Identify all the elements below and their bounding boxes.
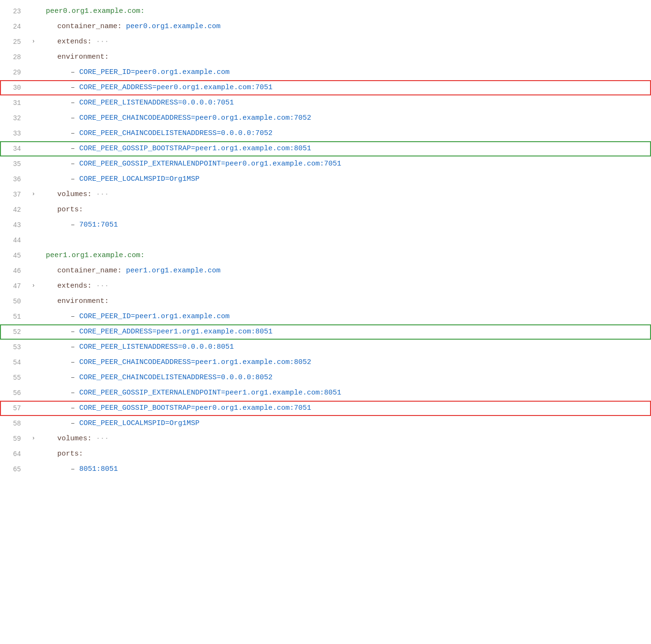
line-number: 47: [0, 279, 29, 294]
line-content: – CORE_PEER_GOSSIP_EXTERNALENDPOINT=peer…: [38, 385, 651, 401]
dash-marker: –: [71, 113, 79, 124]
code-viewer: 23peer0.org1.example.com:24container_nam…: [0, 0, 651, 644]
line-content: peer0.org1.example.com:: [38, 4, 651, 19]
dash-marker: –: [71, 311, 79, 322]
line-gutter: [29, 462, 38, 477]
value-text: CORE_PEER_CHAINCODELISTENADDRESS=0.0.0.0…: [79, 128, 273, 139]
line-gutter: [29, 156, 38, 172]
line-number: 55: [0, 370, 29, 385]
code-line: 44: [0, 233, 651, 248]
line-gutter: [29, 248, 38, 263]
line-content: volumes: ···: [38, 431, 651, 447]
line-content: – 7051:7051: [38, 218, 651, 233]
dash-marker: –: [71, 342, 79, 353]
line-gutter: [29, 370, 38, 385]
line-number: 23: [0, 4, 29, 19]
line-number: 56: [0, 385, 29, 401]
line-content: container_name: peer0.org1.example.com: [38, 19, 651, 34]
line-number: 46: [0, 263, 29, 279]
dash-marker: –: [71, 143, 79, 155]
code-line: 31– CORE_PEER_LISTENADDRESS=0.0.0.0:7051: [0, 95, 651, 111]
line-content: extends: ···: [38, 34, 651, 50]
line-gutter[interactable]: ›: [29, 187, 38, 202]
value-text: CORE_PEER_LISTENADDRESS=0.0.0.0:7051: [79, 97, 234, 109]
line-gutter: [29, 126, 38, 141]
code-line: 29– CORE_PEER_ID=peer0.org1.example.com: [0, 65, 651, 80]
value-text: CORE_PEER_GOSSIP_BOOTSTRAP=peer1.org1.ex…: [79, 143, 311, 155]
line-number: 36: [0, 172, 29, 187]
line-content: – CORE_PEER_ID=peer0.org1.example.com: [38, 65, 651, 80]
code-line: 30– CORE_PEER_ADDRESS=peer0.org1.example…: [0, 80, 651, 95]
line-gutter[interactable]: ›: [29, 34, 38, 50]
line-gutter[interactable]: ›: [29, 279, 38, 294]
line-gutter: [29, 309, 38, 324]
line-number: 45: [0, 248, 29, 263]
code-line: 51– CORE_PEER_ID=peer1.org1.example.com: [0, 309, 651, 324]
line-content: – CORE_PEER_GOSSIP_EXTERNALENDPOINT=peer…: [38, 156, 651, 172]
code-line: 42ports:: [0, 202, 651, 218]
dash-marker: –: [71, 357, 79, 368]
dash-marker: –: [71, 128, 79, 139]
line-content: – 8051:8051: [38, 462, 651, 477]
key-label: container_name:: [57, 21, 126, 32]
dash-marker: –: [71, 418, 79, 429]
code-line: 53– CORE_PEER_LISTENADDRESS=0.0.0.0:8051: [0, 340, 651, 355]
line-gutter: [29, 355, 38, 370]
line-number: 29: [0, 65, 29, 80]
dash-marker: –: [71, 97, 79, 109]
code-line: 32– CORE_PEER_CHAINCODEADDRESS=peer0.org…: [0, 111, 651, 126]
value-text: CORE_PEER_ADDRESS=peer0.org1.example.com…: [79, 82, 273, 93]
line-number: 65: [0, 462, 29, 477]
code-line: 43– 7051:7051: [0, 218, 651, 233]
dash-marker: –: [71, 372, 79, 384]
value-text: peer0.org1.example.com: [126, 21, 220, 32]
dash-marker: –: [71, 326, 79, 338]
value-text: CORE_PEER_LISTENADDRESS=0.0.0.0:8051: [79, 342, 234, 353]
line-number: 24: [0, 19, 29, 34]
line-content: volumes: ···: [38, 187, 651, 202]
line-number: 30: [0, 80, 29, 95]
value-text: CORE_PEER_CHAINCODEADDRESS=peer1.org1.ex…: [79, 357, 311, 368]
line-number: 54: [0, 355, 29, 370]
line-gutter: [29, 202, 38, 218]
key-label: ports:: [57, 204, 83, 216]
value-text: CORE_PEER_ID=peer0.org1.example.com: [79, 67, 230, 78]
code-line: 65– 8051:8051: [0, 462, 651, 477]
dash-marker: –: [71, 82, 79, 93]
line-content: container_name: peer1.org1.example.com: [38, 263, 651, 279]
line-gutter[interactable]: ›: [29, 431, 38, 447]
code-line: 47›extends: ···: [0, 279, 651, 294]
ellipsis: ···: [96, 280, 109, 292]
code-line: 25›extends: ···: [0, 34, 651, 50]
code-line: 34– CORE_PEER_GOSSIP_BOOTSTRAP=peer1.org…: [0, 141, 651, 156]
dash-marker: –: [71, 219, 79, 231]
line-content: – CORE_PEER_GOSSIP_BOOTSTRAP=peer1.org1.…: [38, 141, 651, 156]
line-content: ports:: [38, 447, 651, 462]
key-label: environment:: [57, 52, 109, 63]
dash-marker: –: [71, 67, 79, 78]
line-gutter: [29, 401, 38, 416]
line-content: – CORE_PEER_LOCALMSPID=Org1MSP: [38, 416, 651, 431]
line-number: 28: [0, 50, 29, 65]
key-label: environment:: [57, 296, 109, 307]
value-text: CORE_PEER_GOSSIP_EXTERNALENDPOINT=peer0.…: [79, 158, 341, 170]
code-line: 64ports:: [0, 447, 651, 462]
line-gutter: [29, 385, 38, 401]
line-content: peer1.org1.example.com:: [38, 248, 651, 263]
line-gutter: [29, 172, 38, 187]
key-label: container_name:: [57, 265, 126, 277]
value-text: peer1.org1.example.com: [126, 265, 220, 277]
line-gutter: [29, 65, 38, 80]
code-line: 35– CORE_PEER_GOSSIP_EXTERNALENDPOINT=pe…: [0, 156, 651, 172]
key-label: volumes:: [57, 433, 96, 445]
code-line: 36– CORE_PEER_LOCALMSPID=Org1MSP: [0, 172, 651, 187]
line-number: 31: [0, 95, 29, 111]
line-number: 44: [0, 233, 29, 248]
line-content: – CORE_PEER_GOSSIP_BOOTSTRAP=peer0.org1.…: [38, 401, 651, 416]
dash-marker: –: [71, 403, 79, 414]
line-number: 52: [0, 324, 29, 340]
code-line: 33– CORE_PEER_CHAINCODELISTENADDRESS=0.0…: [0, 126, 651, 141]
value-text: CORE_PEER_ID=peer1.org1.example.com: [79, 311, 230, 322]
line-gutter: [29, 233, 38, 248]
code-line: 46container_name: peer1.org1.example.com: [0, 263, 651, 279]
